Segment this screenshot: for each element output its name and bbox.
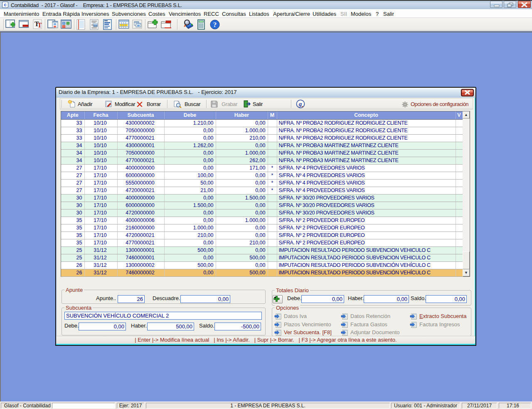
svg-text:?: ? (213, 21, 217, 29)
svg-text:g: g (298, 101, 302, 107)
svg-text:T: T (37, 22, 42, 29)
